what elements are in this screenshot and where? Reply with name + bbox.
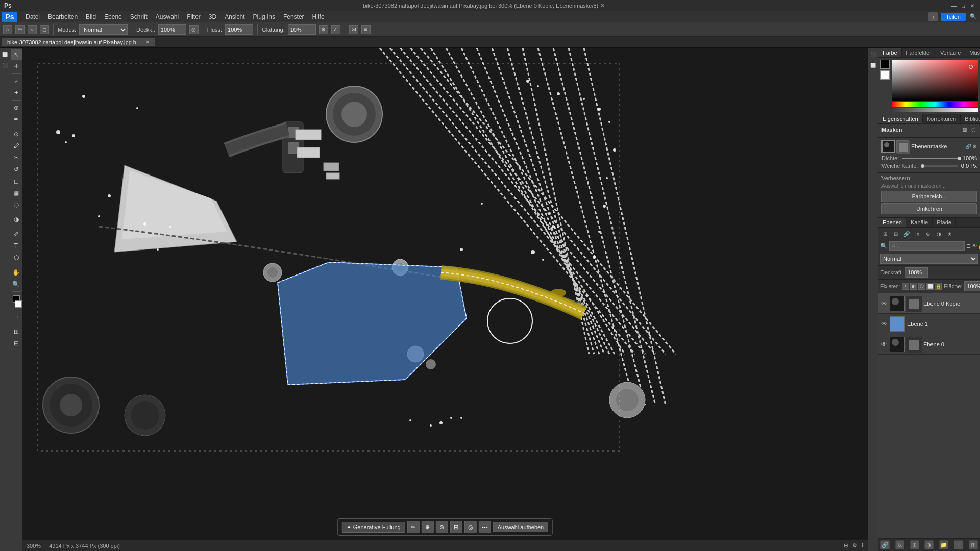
layer-vis-2[interactable]: 👁 (880, 341, 888, 348)
add-group-btn[interactable]: 📁 (939, 540, 948, 549)
angle-icon[interactable]: ∠ (331, 25, 340, 34)
tab-ebenen[interactable]: Ebenen (878, 218, 906, 227)
mode-select[interactable]: Normal Multiplizieren Bildschirm (79, 24, 128, 35)
tool-hand[interactable]: ✋ (11, 267, 22, 278)
tool-heal[interactable]: ⊙ (11, 129, 22, 140)
ps-logo[interactable]: Ps (2, 12, 17, 22)
tool-extra-1[interactable]: ⊞ (11, 326, 22, 337)
minimize-btn[interactable]: — (950, 2, 958, 9)
menu-datei[interactable]: Datei (21, 12, 44, 21)
add-mask-btn[interactable]: ⊕ (910, 540, 919, 549)
layers-group-btn[interactable]: ⊟ (891, 229, 900, 238)
opacity-input[interactable] (158, 24, 186, 35)
flache-input[interactable] (964, 281, 980, 291)
layers-search-input[interactable] (889, 241, 965, 251)
lock-img-btn[interactable]: ◐ (910, 283, 917, 290)
layers-smart-btn[interactable]: ★ (945, 229, 954, 238)
tool-home-icon[interactable]: ⌂ (3, 25, 12, 34)
tool-brush[interactable]: 🖊 (11, 140, 22, 152)
dichte-thumb[interactable] (958, 157, 961, 160)
lock-artboard-btn[interactable]: ⬜ (926, 283, 934, 290)
tab-close-btn[interactable]: ✕ (145, 39, 150, 45)
right-strip-btn-1[interactable]: ⬛ (869, 50, 878, 59)
tab-kanale[interactable]: Kanäle (906, 218, 933, 227)
weiche-kante-slider[interactable] (921, 165, 958, 167)
menu-3d[interactable]: 3D (205, 12, 220, 21)
bottom-select-btn[interactable]: ◎ (464, 521, 477, 533)
layer-item-0[interactable]: 👁 Ebene 0 Kopie (878, 293, 980, 314)
tool-crop[interactable]: ⊕ (11, 102, 22, 113)
color-spectrum-box[interactable] (892, 60, 978, 101)
tool-selection[interactable]: ↖ (11, 49, 22, 60)
layers-mask-btn[interactable]: ⊕ (923, 229, 933, 238)
link-layers-btn[interactable]: 🔗 (880, 540, 890, 549)
filter-kind-btn[interactable]: ☰ (966, 243, 971, 249)
layers-fx-btn[interactable]: fx (913, 229, 922, 238)
tool-gradient[interactable]: ▦ (11, 187, 22, 198)
lock-pos-btn[interactable]: + (902, 283, 909, 290)
extra-icon[interactable]: ≡ (361, 25, 371, 34)
tab-muster[interactable]: Muster (965, 48, 980, 57)
aufheben-btn[interactable]: Auswahl aufheben (493, 522, 549, 532)
add-style-btn[interactable]: fx (895, 540, 904, 549)
tool-zoom[interactable]: 🔍 (11, 279, 22, 290)
filter-visible-btn[interactable]: 👁 (972, 243, 977, 249)
active-tab[interactable]: bike-3073082 nattapol deejitwasin auf Pi… (2, 38, 155, 46)
blend-mode-select[interactable]: Normal (880, 254, 978, 264)
tab-pfade[interactable]: Pfade (933, 218, 956, 227)
bottom-transform-btn[interactable]: ⊕ (422, 521, 434, 533)
pressure-icon[interactable]: ◎ (189, 25, 199, 34)
deckraft-input[interactable] (905, 267, 928, 278)
menu-hilfe[interactable]: Hilfe (308, 12, 329, 21)
flow-input[interactable] (225, 24, 253, 35)
tool-dodge[interactable]: ◑ (11, 214, 22, 225)
umkehren-btn[interactable]: Umkehren (881, 203, 977, 214)
tab-farbe[interactable]: Farbe (878, 48, 902, 57)
masken-photo-icon[interactable]: 🖼 (961, 126, 968, 133)
tool-lasso[interactable]: ⌿ (11, 76, 22, 87)
gear-icon[interactable]: ⚙ (319, 25, 328, 34)
delete-layer-btn[interactable]: 🗑 (969, 540, 978, 549)
share-icon[interactable]: ↑ (928, 12, 938, 21)
left-strip-btn-2[interactable]: ⬛ (1, 61, 10, 70)
right-strip-btn-2[interactable]: ⬜ (869, 61, 878, 70)
bg-color-swatch[interactable] (880, 70, 890, 80)
tool-mode[interactable]: ○ (11, 311, 22, 322)
menu-ebene[interactable]: Ebene (100, 12, 126, 21)
bottom-brush-btn[interactable]: ✏ (407, 521, 420, 533)
layer-vis-0[interactable]: 👁 (880, 300, 888, 307)
teilen-btn[interactable]: Teilen (941, 13, 966, 21)
tool-brush-icon[interactable]: ✏ (15, 25, 24, 34)
lock-all-btn[interactable]: 🔒 (935, 283, 942, 290)
bottom-deform-btn[interactable]: ⊗ (436, 521, 448, 533)
tool-magic[interactable]: ✦ (11, 87, 22, 98)
alpha-slider[interactable] (892, 108, 978, 112)
filter-locked-btn[interactable]: 🔒 (978, 243, 980, 249)
layer-item-1[interactable]: 👁 Ebene 1 (878, 314, 980, 334)
menu-bild[interactable]: Bild (82, 12, 100, 21)
tool-clone[interactable]: ✂ (11, 152, 22, 163)
menu-auswahl[interactable]: Auswahl (152, 12, 183, 21)
dichte-slider[interactable] (902, 158, 960, 159)
left-strip-btn-1[interactable]: ⬜ (1, 50, 10, 59)
layer-vis-1[interactable]: 👁 (880, 320, 888, 328)
tool-blur[interactable]: ◌ (11, 199, 22, 210)
tab-korrekturen[interactable]: Korrekturen (923, 114, 961, 123)
bottom-crop-btn[interactable]: ⊞ (450, 521, 462, 533)
add-adj-btn[interactable]: ◑ (924, 540, 934, 549)
menu-fenster[interactable]: Fenster (279, 12, 308, 21)
tab-eigenschaften[interactable]: Eigenschaften (878, 114, 923, 123)
add-layer-btn[interactable]: + (954, 540, 963, 549)
layer-item-2[interactable]: 👁 Ebene 0 (878, 334, 980, 355)
layers-adj-btn[interactable]: ◑ (934, 229, 943, 238)
tab-bibliotheken[interactable]: Bibliotheken (961, 114, 980, 123)
menu-schrift[interactable]: Schrift (126, 12, 152, 21)
background-color[interactable] (15, 300, 22, 308)
status-settings-icon[interactable]: ⚙ (852, 542, 857, 549)
tab-farbfelder[interactable]: Farbfelder (902, 48, 936, 57)
fg-color-swatch[interactable] (880, 60, 890, 69)
tool-move[interactable]: ✛ (11, 61, 22, 72)
bottom-more-btn[interactable]: ••• (479, 521, 491, 533)
weiche-kante-thumb[interactable] (921, 164, 924, 168)
tool-eraser[interactable]: ◻ (11, 176, 22, 187)
